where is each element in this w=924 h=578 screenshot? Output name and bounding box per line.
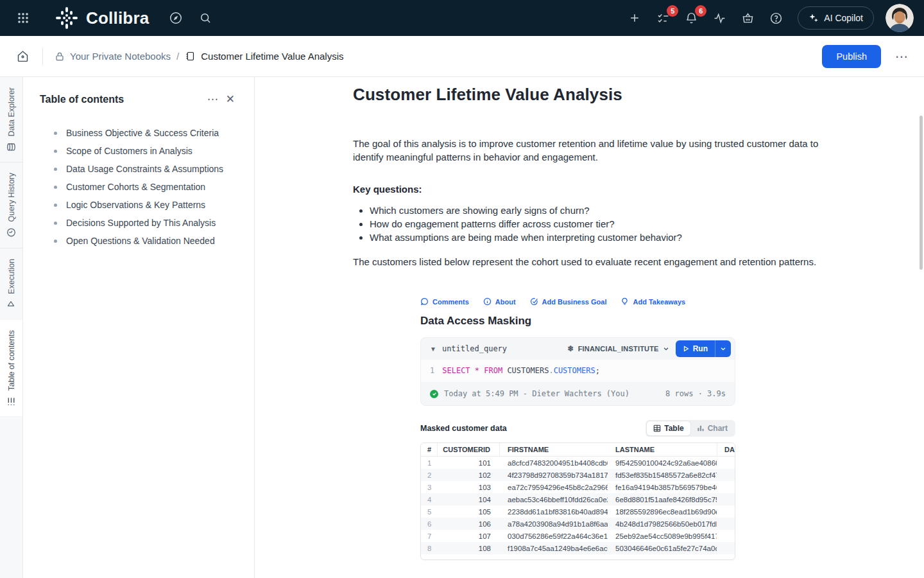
table-cell: 102 — [438, 471, 500, 479]
action-label: About — [495, 298, 516, 306]
rail-tab-label: Data Explorer — [7, 87, 16, 136]
section-title: Data Access Masking — [420, 315, 735, 328]
vertical-scrollbar[interactable] — [920, 116, 923, 270]
table-cell: 6e8d8801f51aafe8426f8d95c75... — [608, 496, 717, 504]
toc-item-label: Open Questions & Validation Needed — [66, 236, 215, 246]
table-cell: 2238dd61a1bf83816b40ad89451... — [500, 508, 608, 516]
toc-item[interactable]: Data Usage Constraints & Assumptions — [40, 160, 239, 178]
intro-paragraph: The goal of this analysis is to improve … — [353, 137, 821, 164]
toc-item[interactable]: Business Objective & Success Criteria — [40, 124, 239, 142]
chevron-down-icon — [663, 346, 669, 352]
table-cell: 108 — [438, 545, 500, 552]
key-questions-label: Key questions: — [353, 184, 821, 195]
table-row[interactable]: 7107030d756286e59f22a464c36e1fb...25eb92… — [421, 530, 735, 542]
breadcrumb-bar: Your Private Notebooks / Customer Lifeti… — [0, 36, 924, 77]
table-cell: 503046646e0c61a5fe27c74a0da... — [608, 545, 717, 552]
marketplace-basket-icon[interactable] — [736, 6, 759, 30]
table-row[interactable]: 6106a78a4203908a94d91b1a8f6aa65...4b248d… — [421, 518, 735, 530]
table-row[interactable]: 1101a8cfcd74832004951b4408cdb0...9f54259… — [421, 457, 735, 469]
search-icon[interactable] — [194, 6, 217, 30]
app-launcher-grid-icon[interactable] — [12, 6, 35, 30]
add-business-goal-button[interactable]: Add Business Goal — [530, 297, 607, 306]
bullet-dot — [54, 240, 57, 243]
about-button[interactable]: About — [483, 297, 516, 306]
table-cell: 8 — [421, 545, 438, 552]
column-header[interactable]: LASTNAME — [608, 446, 717, 453]
more-options-icon[interactable]: ⋯ — [895, 50, 909, 63]
toc-item-label: Scope of Customers in Analysis — [66, 146, 193, 156]
publish-button[interactable]: Publish — [822, 45, 881, 68]
toc-item[interactable]: Customer Cohorts & Segmentation — [40, 178, 239, 196]
toc-item[interactable]: Logic Observations & Key Patterns — [40, 196, 239, 214]
table-of-contents-panel: Table of contents ⋯ ✕ Business Objective… — [23, 77, 255, 578]
bulb-icon — [620, 297, 629, 306]
table-row[interactable]: 51052238dd61a1bf83816b40ad89451...18f285… — [421, 505, 735, 518]
user-avatar[interactable] — [886, 4, 914, 32]
key-question-item: How do engagement patterns differ across… — [370, 217, 821, 231]
breadcrumb-separator: / — [176, 51, 179, 62]
table-cell: a78a4203908a94d91b1a8f6aa65... — [500, 520, 608, 528]
column-header[interactable]: FIRSTNAME — [500, 446, 608, 453]
table-row[interactable]: 4104aebac53c46bbeff10fdd26ca0e21...6e8d8… — [421, 493, 735, 505]
home-icon[interactable] — [12, 46, 33, 67]
breadcrumb-parent-link[interactable]: Your Private Notebooks — [55, 51, 171, 62]
collapse-caret-icon[interactable]: ▼ — [430, 346, 436, 353]
action-label: Add Business Goal — [542, 298, 607, 306]
table-row[interactable]: 21024f23798d92708359b734a18172c...fd53ef… — [421, 469, 735, 481]
results-table[interactable]: #CUSTOMERIDFIRSTNAMELASTNAMEDA1101a8cfcd… — [420, 442, 735, 560]
add-takeaways-button[interactable]: Add Takeaways — [620, 297, 685, 306]
side-rail: Data ExplorerQuery HistoryExecutionTable… — [0, 77, 23, 578]
activity-pulse-icon[interactable] — [708, 6, 731, 30]
rail-tab-table-of-contents[interactable]: Table of contents — [0, 320, 22, 417]
collibra-logo[interactable]: Collibra — [54, 5, 149, 31]
rail-tab-data-explorer[interactable]: Data Explorer — [0, 77, 22, 162]
toc-item[interactable]: Open Questions & Validation Needed — [40, 232, 239, 250]
chart-view-button[interactable]: Chart — [690, 421, 734, 435]
table-header-row: #CUSTOMERIDFIRSTNAMELASTNAMEDA — [421, 443, 735, 457]
toc-item-label: Data Usage Constraints & Assumptions — [66, 164, 223, 174]
run-button[interactable]: Run — [676, 340, 731, 357]
table-view-button[interactable]: Table — [647, 421, 690, 435]
comments-button[interactable]: Comments — [420, 297, 469, 306]
table-row[interactable]: 3103ea72c79594296e45b8c2a29664...fe16a94… — [421, 481, 735, 493]
rail-tab-query-history[interactable]: Query History — [0, 162, 22, 247]
bar-chart-icon — [697, 425, 705, 432]
column-header[interactable]: CUSTOMERID — [438, 443, 500, 456]
help-icon[interactable] — [764, 6, 787, 30]
toc-item-label: Customer Cohorts & Segmentation — [66, 182, 205, 192]
compass-icon[interactable] — [164, 6, 187, 30]
query-status-bar: Today at 5:49 PM - Dieter Wachters (You)… — [421, 382, 735, 405]
lock-icon — [55, 51, 65, 62]
action-label: Comments — [432, 298, 469, 306]
tasks-button[interactable]: 5 — [651, 6, 674, 30]
toc-icon — [6, 396, 16, 406]
toc-close-icon[interactable]: ✕ — [222, 91, 239, 107]
connection-selector[interactable]: ❄ FINANCIAL_INSTITUTE — [567, 344, 669, 353]
toc-more-icon[interactable]: ⋯ — [203, 91, 222, 107]
toc-item[interactable]: Decisions Supported by This Analysis — [40, 214, 239, 232]
table-cell: 101 — [438, 459, 500, 467]
create-new-plus-icon[interactable] — [623, 6, 646, 30]
table-cell: aebac53c46bbeff10fdd26ca0e21... — [500, 496, 608, 504]
run-options-chevron-icon[interactable] — [715, 340, 731, 357]
rail-tab-execution[interactable]: Execution — [0, 249, 22, 319]
column-header[interactable]: DA — [717, 443, 735, 456]
toc-item[interactable]: Scope of Customers in Analysis — [40, 142, 239, 160]
toc-title: Table of contents — [40, 94, 124, 105]
sql-editor[interactable]: 1 SELECT * FROM CUSTOMERS.CUSTOMERS; — [421, 360, 735, 382]
rail-tab-label: Table of contents — [7, 330, 16, 391]
notebook-icon — [185, 51, 196, 62]
query-result-meta: 8 rows · 3.9s — [665, 389, 726, 398]
result-label: Masked customer data — [420, 424, 507, 433]
breadcrumb-divider — [42, 48, 43, 65]
table-row[interactable]: 8108f1908a7c45aa1249ba4e6e6ac0b...503046… — [421, 542, 735, 554]
notifications-badge: 6 — [695, 5, 706, 17]
query-name[interactable]: untitled_query — [442, 344, 507, 353]
table-cell: 18f285592896ec8ead1b69d90ee... — [608, 508, 717, 516]
comment-icon — [420, 297, 429, 306]
notifications-button[interactable]: 6 — [680, 6, 703, 30]
table-cell: ea72c79594296e45b8c2a29664... — [500, 484, 608, 491]
key-question-item: What assumptions are being made when int… — [370, 231, 821, 244]
ai-copilot-button[interactable]: AI Copilot — [798, 6, 874, 30]
column-header[interactable]: # — [421, 443, 438, 456]
